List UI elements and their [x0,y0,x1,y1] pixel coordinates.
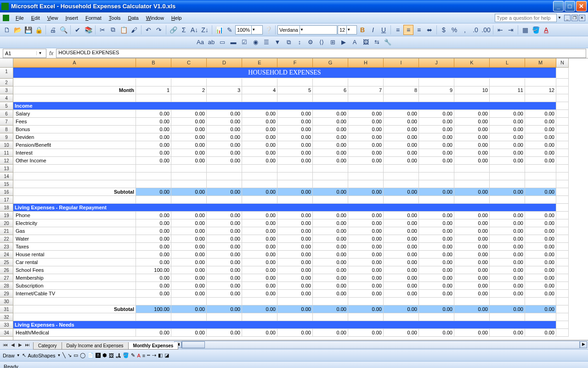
cell[interactable]: 0.00 [384,126,419,133]
cell[interactable]: 0.00 [277,329,313,337]
cell[interactable]: 0.00 [348,290,384,298]
cell[interactable] [171,196,207,204]
cell[interactable]: 0.00 [348,235,384,243]
row-header-7[interactable]: 7 [0,118,13,126]
cell[interactable]: 0.00 [525,110,556,118]
cell[interactable]: Taxes [13,243,136,251]
cell[interactable]: 0.00 [384,133,419,141]
row-header-29[interactable]: 29 [0,290,13,298]
cell[interactable]: 0.00 [348,141,384,149]
cell[interactable] [454,79,490,86]
cell[interactable] [525,313,556,321]
cell[interactable]: 0.00 [207,227,242,235]
cell[interactable]: 0.00 [277,133,313,141]
arrow-icon[interactable]: ↘ [68,352,72,358]
cell[interactable]: 0.00 [313,227,348,235]
cell[interactable]: 0.00 [136,251,171,259]
cell[interactable]: 0.00 [384,266,419,274]
cell[interactable]: 0.00 [348,118,384,126]
sheet-tab[interactable]: Daily Income and Expenses [62,342,129,350]
col-header-N[interactable]: N [556,58,569,68]
menu-file[interactable]: File [12,14,28,22]
cell[interactable]: 0.00 [277,235,313,243]
cell[interactable]: 0.00 [313,259,348,266]
cell[interactable]: 0.00 [454,118,490,126]
form-spinner-icon[interactable]: ↕ [294,37,305,47]
cell[interactable] [136,165,171,172]
row-header-9[interactable]: 9 [0,133,13,141]
cell[interactable] [556,243,569,251]
form-label-icon[interactable]: Aa [195,37,205,47]
cell[interactable]: Pension/Benefit [13,141,136,149]
cell[interactable] [556,172,569,180]
menu-help[interactable]: Help [168,14,186,22]
cell[interactable]: 0.00 [313,110,348,118]
cell[interactable]: 0.00 [136,274,171,282]
cell[interactable]: Internet/Cable TV [13,290,136,298]
cell[interactable] [13,196,136,204]
cell[interactable]: 0.00 [454,157,490,165]
dash-style-icon[interactable]: ┅ [147,352,150,358]
col-header-C[interactable]: C [171,58,207,68]
cell[interactable] [556,180,569,188]
cell[interactable] [277,79,313,86]
cell[interactable]: 0.00 [207,305,242,313]
cell[interactable] [384,196,419,204]
col-header-K[interactable]: K [454,58,490,68]
row-header-15[interactable]: 15 [0,180,13,188]
cell[interactable] [419,313,454,321]
increase-decimal-icon[interactable]: .0 [470,25,481,35]
cell[interactable] [525,165,556,172]
cell[interactable]: 0.00 [525,219,556,227]
cell[interactable]: 0.00 [419,227,454,235]
cell[interactable] [419,180,454,188]
row-header-21[interactable]: 21 [0,227,13,235]
cell[interactable] [171,94,207,102]
section-header[interactable]: Living Expenses - Needs [13,321,556,329]
cell[interactable]: 0.00 [313,219,348,227]
cell[interactable] [242,172,277,180]
cell[interactable]: 4 [242,86,277,94]
cell[interactable]: 0.00 [242,329,277,337]
cell[interactable]: 0.00 [490,266,525,274]
cell[interactable] [13,298,136,305]
sort-asc-icon[interactable]: A↓ [189,25,199,35]
row-header-31[interactable]: 31 [0,305,13,313]
font-color-draw-icon[interactable]: A [137,353,140,358]
cell[interactable]: 0.00 [171,227,207,235]
cell[interactable]: 0.00 [136,282,171,290]
3d-icon[interactable]: ◪ [164,352,169,358]
cell[interactable]: 0.00 [136,243,171,251]
cell[interactable]: Water [13,235,136,243]
cell[interactable]: 0.00 [525,126,556,133]
open-icon[interactable]: 📂 [12,25,23,35]
cell[interactable] [490,165,525,172]
cell[interactable] [556,305,569,313]
form-more-icon[interactable]: 🔧 [383,37,393,47]
cell[interactable]: 0.00 [419,126,454,133]
cell[interactable]: 0.00 [242,219,277,227]
cell[interactable] [556,126,569,133]
cell[interactable]: 0.00 [207,243,242,251]
row-header-17[interactable]: 17 [0,196,13,204]
name-box-input[interactable] [3,50,36,57]
form-text-icon[interactable]: A [350,37,360,47]
row-header-13[interactable]: 13 [0,165,13,172]
cell[interactable]: 0.00 [348,274,384,282]
cell[interactable]: 0.00 [171,259,207,266]
sheet-title[interactable]: HOUSEHOLD EXPENSES [13,68,556,78]
cell[interactable]: 0.00 [419,329,454,337]
cell[interactable] [313,165,348,172]
cell[interactable]: 0.00 [490,149,525,157]
cell[interactable]: 0.00 [313,212,348,219]
cut-icon[interactable]: ✂ [97,25,107,35]
underline-icon[interactable]: U [379,25,389,35]
font-size-combo[interactable]: 12▼ [338,25,357,34]
cell[interactable]: 0.00 [525,305,556,313]
cell[interactable] [556,298,569,305]
col-header-B[interactable]: B [136,58,171,68]
cell[interactable] [277,313,313,321]
cell[interactable]: Car rental [13,259,136,266]
cell[interactable]: 0.00 [242,126,277,133]
cell[interactable]: 0.00 [242,212,277,219]
